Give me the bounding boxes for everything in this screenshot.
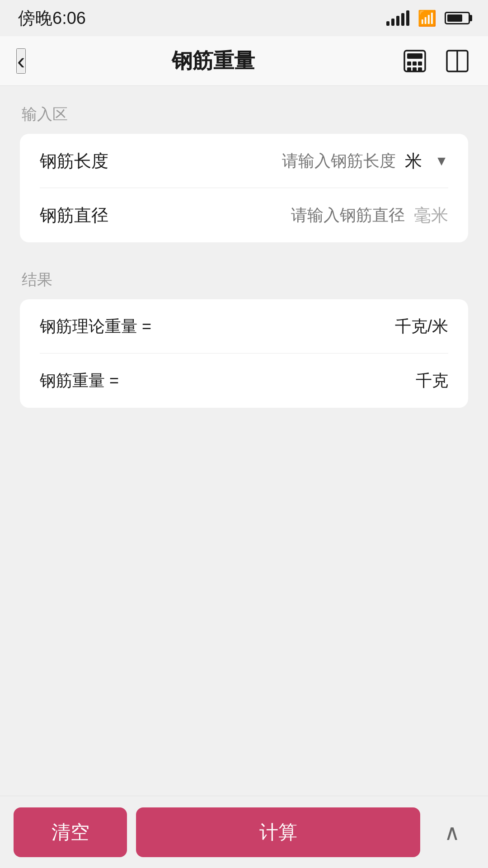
- nav-icons: [400, 47, 472, 75]
- result-section-label: 结果: [20, 269, 468, 290]
- svg-rect-4: [418, 61, 422, 66]
- clear-button[interactable]: 清空: [14, 807, 127, 857]
- battery-icon: [445, 12, 470, 24]
- page-title: 钢筋重量: [172, 47, 255, 75]
- result-card: 钢筋理论重量 = 千克/米 钢筋重量 = 千克: [20, 299, 468, 408]
- length-unit: 米: [405, 150, 422, 173]
- svg-rect-7: [418, 67, 422, 71]
- calculator-icon-button[interactable]: [400, 47, 429, 75]
- diameter-unit: 毫米: [414, 204, 448, 227]
- chevron-up-button[interactable]: ∧: [429, 807, 474, 857]
- input-section-label: 输入区: [20, 104, 468, 125]
- svg-rect-5: [407, 67, 411, 71]
- length-input[interactable]: [144, 151, 396, 170]
- svg-rect-1: [407, 53, 422, 59]
- nav-bar: ‹ 钢筋重量: [0, 36, 488, 86]
- diameter-row: 钢筋直径 毫米: [20, 188, 468, 242]
- svg-rect-2: [407, 61, 411, 66]
- calculate-button[interactable]: 计算: [136, 807, 420, 857]
- input-card: 钢筋长度 米 ▼ 钢筋直径 毫米: [20, 134, 468, 242]
- status-bar: 傍晚6:06 📶: [0, 0, 488, 36]
- diameter-input-area: 毫米: [144, 204, 448, 227]
- back-button[interactable]: ‹: [16, 48, 26, 74]
- theory-weight-unit: 千克/米: [395, 316, 448, 338]
- length-row: 钢筋长度 米 ▼: [20, 134, 468, 188]
- total-weight-unit: 千克: [416, 370, 448, 392]
- status-icons: 📶: [386, 9, 470, 27]
- diameter-input[interactable]: [144, 206, 405, 225]
- layout-icon-button[interactable]: [443, 47, 472, 75]
- svg-rect-6: [413, 67, 417, 71]
- total-weight-row: 钢筋重量 = 千克: [20, 354, 468, 408]
- signal-icon: [386, 10, 409, 26]
- status-time: 傍晚6:06: [18, 7, 86, 30]
- theory-weight-label: 钢筋理论重量 =: [40, 316, 151, 338]
- bottom-bar: 清空 计算 ∧: [0, 796, 488, 868]
- main-content: 输入区 钢筋长度 米 ▼ 钢筋直径 毫米 结果 钢筋理论重量 = 千克/米: [0, 86, 488, 453]
- diameter-label: 钢筋直径: [40, 204, 144, 227]
- wifi-icon: 📶: [418, 9, 436, 27]
- theory-weight-row: 钢筋理论重量 = 千克/米: [20, 299, 468, 354]
- length-input-area: 米 ▼: [144, 150, 448, 173]
- chevron-up-icon: ∧: [444, 820, 460, 845]
- length-dropdown-arrow[interactable]: ▼: [435, 153, 448, 169]
- total-weight-label: 钢筋重量 =: [40, 370, 119, 392]
- svg-rect-3: [413, 61, 417, 66]
- length-label: 钢筋长度: [40, 150, 144, 173]
